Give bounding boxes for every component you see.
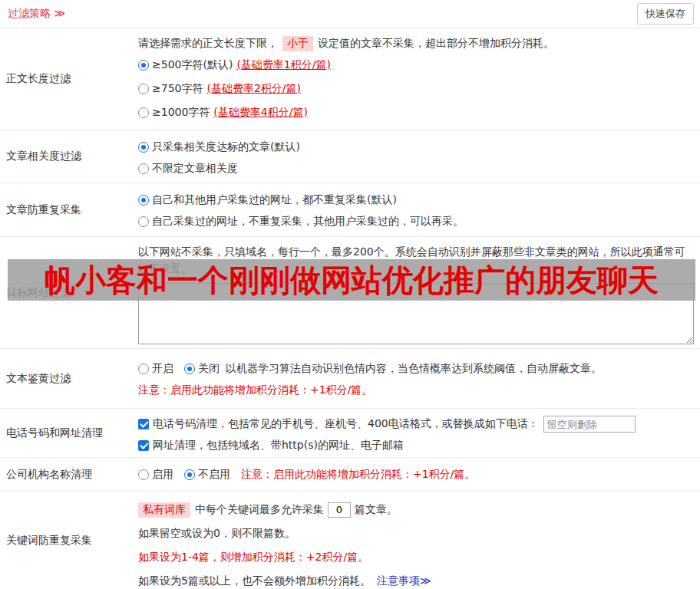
checkbox-phone-clean[interactable] [138,419,149,429]
radio-dedup-all-users[interactable] [138,195,149,206]
fee-note-1: (基础费率1积分/篇) [236,58,331,72]
section-phone-url-clean: 电话号码和网址清理 电话号码清理，包括常见的手机号、座机号、400电话格式，或替… [0,409,700,458]
keyword-note-unlimited: 如果留空或设为0，则不限篇数。 [138,522,694,545]
fee-note-3: (基础费率4积分/篇) [213,106,308,120]
intro-text-pre: 请选择需求的正文长度下限， [138,37,278,51]
keyword-limit-line: 私有词库 中每个关键词最多允许采集 篇文章。 [138,498,694,522]
option-relevance-only[interactable]: 只采集相关度达标的文章(默认) [138,137,694,158]
section-keyword-dedup: 关键词防重复采集 私有词库 中每个关键词最多允许采集 篇文章。 如果留空或设为0… [0,492,700,589]
porn-filter-options: 开启 关闭 以机器学习算法自动识别色情内容，当色情概率达到系统阈值，自动屏蔽文章… [138,358,694,380]
option-dedup-all-users[interactable]: 自己和其他用户采集过的网址，都不重复采集(默认) [138,189,694,211]
porn-filter-description: 以机器学习算法自动识别色情内容，当色情概率达到系统阈值，自动屏蔽文章。 [226,362,602,376]
private-lexicon-highlight: 私有词库 [138,502,190,518]
radio-relevance-any[interactable] [138,163,149,174]
section-label-keyword-dedup: 关键词防重复采集 [0,492,132,589]
quick-save-button[interactable]: 快速保存 [637,3,694,25]
less-than-highlight: 小于 [282,36,313,51]
page-header: 过滤策略 ≫ 快速保存 [0,0,700,28]
section-label-dedup: 文章防重复采集 [0,183,132,236]
section-label-porn-filter: 文本鉴黄过滤 [0,349,132,408]
keyword-note-free-line: 如果设为5篇或以上，也不会额外增加积分消耗。 注意事项≫ [138,569,694,589]
keyword-limit-suffix: 篇文章。 [355,503,398,517]
section-company-name-clean: 公司机构名称清理 启用 不启用 注意：启用此功能将增加积分消耗：+1积分/篇。 [0,458,700,492]
section-body-length-filter: 正文长度过滤 请选择需求的正文长度下限， 小于 设定值的文章不采集，超出部分不增… [0,28,700,130]
radio-min-500[interactable] [138,60,149,71]
keyword-limit-input[interactable] [328,502,351,518]
watermark-overlay: 帆小客和一个刚刚做网站优化推广的朋友聊天 [8,259,695,301]
radio-dedup-self-only[interactable] [138,216,149,227]
url-clean-option: 网址清理，包括纯域名、带http(s)的网址、电子邮箱 [138,435,694,456]
option-min-1000[interactable]: ≥1000字符 (基础费率4积分/篇) [138,100,694,124]
notes-link[interactable]: 注意事项≫ [377,574,431,588]
radio-company-enable[interactable] [138,469,149,480]
option-label: 只采集相关度达标的文章(默认) [152,140,300,154]
keyword-note-free: 如果设为5篇或以上，也不会额外增加积分消耗。 [138,574,371,588]
radio-company-disable[interactable] [184,469,195,480]
radio-porn-on[interactable] [138,364,149,374]
porn-filter-cost-note: 注意：启用此功能将增加积分消耗：+1积分/篇。 [138,380,694,401]
radio-min-1000[interactable] [138,107,149,118]
option-label: ≥1000字符 [152,106,210,120]
body-length-intro: 请选择需求的正文长度下限， 小于 设定值的文章不采集，超出部分不增加积分消耗。 [138,35,694,53]
company-cost-note: 注意：启用此功能将增加积分消耗：+1积分/篇。 [241,468,475,482]
option-label: 不限定文章相关度 [152,162,238,176]
radio-porn-off[interactable] [184,364,195,374]
phone-clean-option: 电话号码清理，包括常见的手机号、座机号、400电话格式，或替换成如下电话： [138,413,694,435]
section-porn-filter: 文本鉴黄过滤 开启 关闭 以机器学习算法自动识别色情内容，当色情概率达到系统阈值… [0,349,700,409]
section-label-body-length: 正文长度过滤 [0,28,132,130]
page-title[interactable]: 过滤策略 ≫ [8,7,65,21]
option-min-750[interactable]: ≥750字符 (基础费率2积分/篇) [138,77,694,100]
section-label-company: 公司机构名称清理 [0,458,132,491]
option-label: 自己采集过的网址，不重复采集，其他用户采集过的，可以再采。 [152,215,464,229]
option-label-off: 关闭 [198,362,220,376]
fee-note-2: (基础费率2积分/篇) [206,82,301,96]
option-label-enable: 启用 [152,468,173,482]
checkbox-url-clean[interactable] [138,440,149,451]
option-dedup-self-only[interactable]: 自己采集过的网址，不重复采集，其他用户采集过的，可以再采。 [138,211,694,232]
option-relevance-any[interactable]: 不限定文章相关度 [138,158,694,179]
section-label-relevance: 文章相关度过滤 [0,130,132,183]
keyword-limit-text: 中每个关键词最多允许采集 [195,503,324,517]
keyword-note-cost: 如果设为1-4篇，则增加积分消耗：+2积分/篇。 [138,545,694,569]
section-relevance-filter: 文章相关度过滤 只采集相关度达标的文章(默认) 不限定文章相关度 [0,130,700,183]
option-label-disable: 不启用 [198,468,230,482]
option-label: ≥750字符 [152,82,203,96]
option-label: ≥500字符(默认) [152,58,233,72]
option-label-on: 开启 [152,362,173,376]
option-label: 自己和其他用户采集过的网址，都不重复采集(默认) [152,193,397,207]
section-label-phone-url: 电话号码和网址清理 [0,409,132,457]
phone-clean-label: 电话号码清理，包括常见的手机号、座机号、400电话格式，或替换成如下电话： [153,417,539,431]
radio-min-750[interactable] [138,84,149,94]
replacement-phone-input[interactable] [543,416,636,433]
section-article-dedup: 文章防重复采集 自己和其他用户采集过的网址，都不重复采集(默认) 自己采集过的网… [0,183,700,237]
url-clean-label: 网址清理，包括纯域名、带http(s)的网址、电子邮箱 [153,439,404,452]
intro-text-post: 设定值的文章不采集，超出部分不增加积分消耗。 [318,37,554,51]
option-min-500[interactable]: ≥500字符(默认) (基础费率1积分/篇) [138,53,694,77]
radio-relevance-only[interactable] [138,142,149,153]
